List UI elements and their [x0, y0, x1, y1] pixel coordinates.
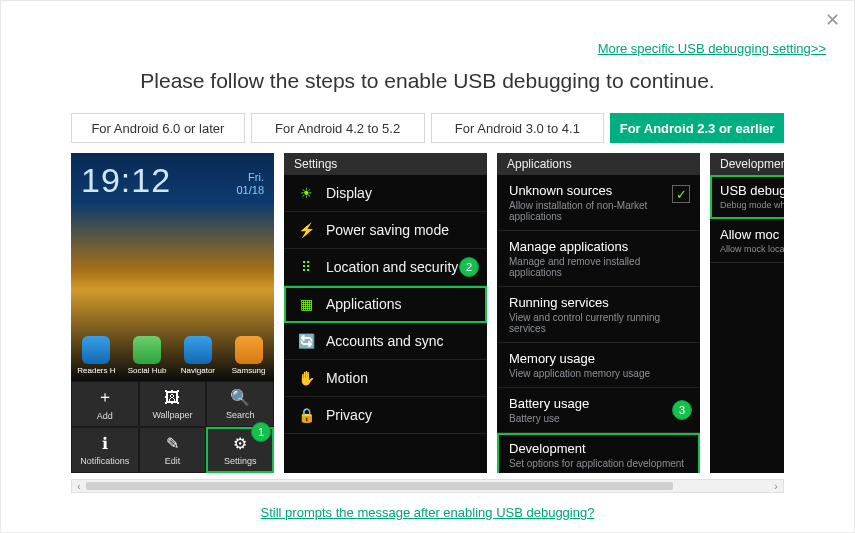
app-development: Development Set options for application … [497, 433, 700, 473]
app-manage-applications: Manage applications Manage and remove in… [497, 231, 700, 287]
dock-item: Samsung [227, 336, 271, 375]
app-icon [82, 336, 110, 364]
menu-wallpaper: 🖼Wallpaper [139, 381, 207, 427]
tab-android-42-52[interactable]: For Android 4.2 to 5.2 [251, 113, 425, 143]
app-battery-usage: Battery usage Battery use 3 [497, 388, 700, 433]
still-prompts-link[interactable]: Still prompts the message after enabling… [261, 505, 595, 520]
gear-icon: ⚙ [233, 434, 247, 453]
menu-add: ＋Add [71, 381, 139, 427]
panel-header: Settings [284, 153, 487, 175]
clock-time: 19:12 [81, 161, 171, 200]
dock-row: Readers H Social Hub Navigator Samsung [71, 336, 274, 375]
home-menu-grid: ＋Add 🖼Wallpaper 🔍Search ℹNotifications ✎… [71, 381, 274, 473]
android-version-tabs: For Android 6.0 or later For Android 4.2… [71, 113, 784, 143]
clock-date-value: 01/18 [236, 184, 264, 197]
tab-android-6-later[interactable]: For Android 6.0 or later [71, 113, 245, 143]
horizontal-scrollbar[interactable]: ‹ › [71, 479, 784, 493]
usb-debugging-dialog: ✕ More specific USB debugging setting>> … [0, 0, 855, 533]
plus-icon: ＋ [97, 387, 113, 408]
lock-icon: 🔒 [296, 407, 316, 423]
app-icon [235, 336, 263, 364]
sync-icon: 🔄 [296, 333, 316, 349]
app-running-services: Running services View and control curren… [497, 287, 700, 343]
panel-applications: Applications Unknown sources Allow insta… [497, 153, 700, 473]
menu-search: 🔍Search [206, 381, 274, 427]
dialog-heading: Please follow the steps to enable USB de… [25, 69, 830, 93]
clock-day: Fri. [236, 171, 264, 184]
pencil-icon: ✎ [166, 434, 179, 453]
dev-usb-debugging: USB debug Debug mode wh [710, 175, 784, 219]
app-unknown-sources: Unknown sources Allow installation of no… [497, 175, 700, 231]
settings-display: ☀Display [284, 175, 487, 212]
step-1-badge: 1 [251, 422, 271, 442]
info-icon: ℹ [102, 434, 108, 453]
panel-header: Applications [497, 153, 700, 175]
close-button[interactable]: ✕ [825, 11, 840, 29]
clock-date: Fri. 01/18 [236, 171, 264, 196]
panel-home-screen: 19:12 Fri. 01/18 Readers H Social Hub Na… [71, 153, 274, 473]
app-memory-usage: Memory usage View application memory usa… [497, 343, 700, 388]
scroll-left-icon[interactable]: ‹ [72, 481, 86, 492]
image-icon: 🖼 [164, 389, 180, 407]
app-icon [184, 336, 212, 364]
settings-location-security: ⠿Location and security 2 [284, 249, 487, 286]
dock-item: Navigator [176, 336, 220, 375]
tab-android-30-41[interactable]: For Android 3.0 to 4.1 [431, 113, 605, 143]
menu-edit: ✎Edit [139, 427, 207, 473]
hand-icon: ✋ [296, 370, 316, 386]
dock-item: Readers H [74, 336, 118, 375]
more-specific-link[interactable]: More specific USB debugging setting>> [598, 41, 826, 56]
step-2-badge: 2 [459, 257, 479, 277]
dock-item: Social Hub [125, 336, 169, 375]
sun-icon: ☀ [296, 185, 316, 201]
search-icon: 🔍 [230, 388, 250, 407]
settings-motion: ✋Motion [284, 360, 487, 397]
panel-header: Development [710, 153, 784, 175]
settings-applications: ▦Applications [284, 286, 487, 323]
settings-privacy: 🔒Privacy [284, 397, 487, 434]
apps-icon: ▦ [296, 296, 316, 312]
check-icon: ✓ [672, 185, 690, 203]
tab-android-23-earlier[interactable]: For Android 2.3 or earlier [610, 113, 784, 143]
wallpaper: 19:12 Fri. 01/18 Readers H Social Hub Na… [71, 153, 274, 381]
menu-notifications: ℹNotifications [71, 427, 139, 473]
panel-settings: Settings ☀Display ⚡Power saving mode ⠿Lo… [284, 153, 487, 473]
settings-power-saving: ⚡Power saving mode [284, 212, 487, 249]
scroll-right-icon[interactable]: › [769, 481, 783, 492]
settings-accounts-sync: 🔄Accounts and sync [284, 323, 487, 360]
menu-settings: 1 ⚙Settings [206, 427, 274, 473]
instruction-panels[interactable]: 19:12 Fri. 01/18 Readers H Social Hub Na… [71, 153, 784, 473]
bolt-icon: ⚡ [296, 222, 316, 238]
app-icon [133, 336, 161, 364]
dev-allow-mock: Allow moc Allow mock loca [710, 219, 784, 263]
step-3-badge: 3 [672, 400, 692, 420]
scroll-thumb[interactable] [86, 482, 673, 490]
grid-icon: ⠿ [296, 259, 316, 275]
panel-development: Development USB debug Debug mode wh Allo… [710, 153, 784, 473]
